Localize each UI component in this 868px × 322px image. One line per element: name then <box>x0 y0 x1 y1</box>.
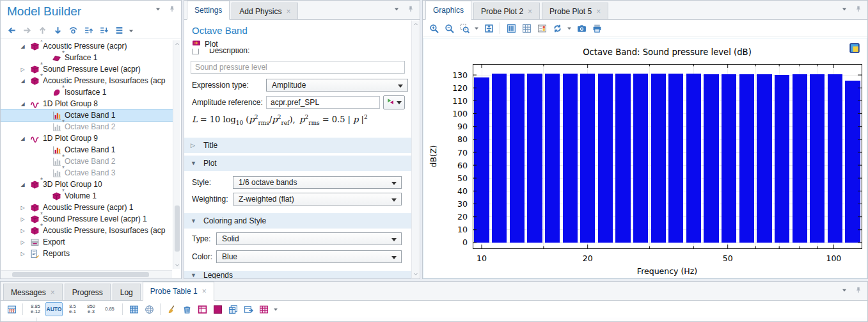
scroll-down-icon[interactable] <box>412 270 420 278</box>
tree-expander-icon[interactable]: ◢ <box>19 78 27 84</box>
graphics-canvas[interactable]: 0102030405060708090100110120130102050100… <box>423 38 867 278</box>
update-probe-table-button[interactable] <box>4 302 19 316</box>
format-si-button[interactable]: 850e-3 <box>83 302 100 316</box>
clear-table-button[interactable] <box>164 302 178 316</box>
type-select[interactable]: Solid <box>216 232 402 245</box>
section-legends[interactable]: ▼ Legends <box>184 271 411 278</box>
plot-update-button[interactable] <box>550 21 564 35</box>
zoom-out-button[interactable] <box>442 21 456 35</box>
axis-limits-button[interactable] <box>504 21 518 35</box>
model-tree-node-button[interactable] <box>112 24 126 38</box>
tree-item[interactable]: ▷*Sound Pressure Level (acpr) <box>1 63 173 75</box>
tab-settings[interactable]: Settings <box>187 1 230 20</box>
panel-menu-caret-icon[interactable] <box>154 5 163 14</box>
export-table-button[interactable] <box>241 302 255 316</box>
tree-expander-icon[interactable]: ▷ <box>19 205 27 211</box>
tab-close-icon[interactable]: × <box>202 287 207 295</box>
tab-close-icon[interactable]: × <box>528 8 532 15</box>
tree-item[interactable]: *Octave Band 2 <box>1 156 173 167</box>
tree-item[interactable]: *Surface 1 <box>1 52 173 63</box>
full-precision-button[interactable] <box>127 302 141 316</box>
forward-button[interactable] <box>20 24 34 38</box>
format-scientific-button[interactable]: 8.85e-12 <box>27 302 44 316</box>
style-select[interactable]: 1/6 octave bands <box>233 176 402 189</box>
tree-item[interactable]: ◢*Acoustic Pressure (acpr) <box>1 40 173 52</box>
description-checkbox[interactable] <box>192 49 199 54</box>
tree-item[interactable]: ◢*3D Plot Group 10 <box>1 179 173 190</box>
plot-button[interactable]: Plot <box>192 38 218 49</box>
tree-expander-icon[interactable]: ▷ <box>19 67 27 72</box>
tree-item[interactable]: *Isosurface 1 <box>1 86 173 98</box>
section-title[interactable]: ▷ Title <box>184 138 411 153</box>
tree-item[interactable]: *Octave Band 2 <box>1 121 173 133</box>
tree-item[interactable]: ▷*Sound Pressure Level (acpr) 1 <box>1 213 173 225</box>
delete-table-button[interactable] <box>180 302 194 316</box>
pin-icon[interactable] <box>855 286 864 295</box>
tab-close-icon[interactable]: × <box>51 289 55 296</box>
tree-item[interactable]: *Volume 1 <box>1 190 173 202</box>
zoom-in-button[interactable] <box>427 21 441 35</box>
format-engineering-button[interactable]: 8.5e-1 <box>64 302 81 316</box>
legend-button[interactable] <box>535 21 549 35</box>
scroll-up-icon[interactable] <box>173 40 181 48</box>
tree-item[interactable]: Octave Band 1 <box>1 109 173 121</box>
settings-scrollbar[interactable] <box>411 20 419 278</box>
zoom-extents-button[interactable] <box>482 21 496 35</box>
tab-progress[interactable]: Progress <box>65 284 111 300</box>
pin-icon[interactable] <box>855 5 864 14</box>
model-builder-menu-caret[interactable] <box>127 24 135 38</box>
tree-item[interactable]: Octave Band 1 <box>1 144 173 156</box>
show-button[interactable] <box>66 24 80 38</box>
tab-probe-table-1[interactable]: Probe Table 1× <box>143 282 214 301</box>
zoom-box-caret[interactable] <box>473 21 480 35</box>
tree-horizontal-scrollbar[interactable] <box>1 270 172 278</box>
pin-icon[interactable] <box>407 5 416 14</box>
panel-menu-caret-icon[interactable] <box>840 5 849 14</box>
back-button[interactable] <box>4 24 19 38</box>
display-units-button[interactable] <box>142 302 156 316</box>
description-field[interactable]: Sound pressure level <box>191 61 405 74</box>
plot-thumbnail-icon[interactable] <box>849 42 860 54</box>
tree-expander-icon[interactable]: ◢ <box>19 101 27 107</box>
tab-probe-plot-5[interactable]: Probe Plot 5× <box>542 3 608 19</box>
move-down-button[interactable] <box>51 24 65 38</box>
pin-icon[interactable] <box>168 5 177 14</box>
scrollbar-thumb[interactable] <box>175 205 180 252</box>
weighting-select[interactable]: Z-weighted (flat) <box>233 193 402 205</box>
amplitude-reference-field[interactable]: acpr.pref_SPL <box>266 96 380 109</box>
table-menu-caret[interactable] <box>272 302 280 316</box>
tab-close-icon[interactable]: × <box>286 8 290 15</box>
tree-item[interactable]: ▷Acoustic Pressure (acpr) 1 <box>1 202 173 213</box>
tree-expander-icon[interactable]: ▷ <box>19 239 27 245</box>
scrollbar-thumb[interactable] <box>12 272 149 277</box>
panel-menu-caret-icon[interactable] <box>393 5 402 14</box>
tree-item[interactable]: ◢1D Plot Group 8 <box>1 98 173 109</box>
tab-add-physics[interactable]: Add Physics× <box>232 3 298 19</box>
plot-update-caret[interactable] <box>565 21 573 35</box>
tree-expander-icon[interactable]: ◢ <box>19 44 27 49</box>
zoom-box-button[interactable] <box>457 21 471 35</box>
move-up-button[interactable] <box>35 24 49 38</box>
tab-graphics[interactable]: Graphics <box>425 1 471 20</box>
tree-item[interactable]: ▷*Acoustic Pressure, Isosurfaces (acp <box>1 225 173 236</box>
tree-expander-icon[interactable]: ▷ <box>19 251 27 257</box>
copy-table-button[interactable] <box>226 302 240 316</box>
format-decimal-button[interactable]: 0.85 <box>101 302 118 316</box>
tree-expander-icon[interactable]: ▷ <box>19 228 27 234</box>
section-coloring-and-style[interactable]: ▼ Coloring and Style <box>184 213 411 229</box>
grid-button[interactable] <box>519 21 533 35</box>
tree-item[interactable]: ▷Reports <box>1 248 173 259</box>
scroll-down-icon[interactable] <box>173 261 181 269</box>
expression-type-select[interactable]: Amplitude <box>266 79 408 92</box>
tab-log[interactable]: Log <box>113 284 141 300</box>
tab-probe-plot-2[interactable]: Probe Plot 2× <box>473 3 540 19</box>
scroll-up-icon[interactable] <box>412 20 420 28</box>
image-snapshot-button[interactable] <box>574 21 588 35</box>
section-plot[interactable]: ▼ Plot <box>184 156 411 171</box>
print-button[interactable] <box>590 21 604 35</box>
tab-close-icon[interactable]: × <box>596 8 601 15</box>
format-automatic-button[interactable]: AUTO <box>45 302 63 316</box>
table-color-button[interactable] <box>210 302 225 316</box>
tree-expander-icon[interactable]: ◢ <box>19 136 27 141</box>
expand-all-button[interactable] <box>97 24 111 38</box>
